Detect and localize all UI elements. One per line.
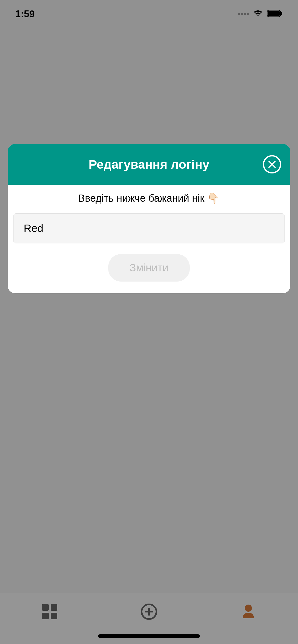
login-input[interactable] xyxy=(13,213,285,243)
modal-overlay[interactable] xyxy=(0,0,298,644)
submit-button[interactable]: Змінити xyxy=(108,254,190,282)
instruction-text: Введіть нижче бажаний нік 👇🏻 xyxy=(13,192,285,204)
edit-login-modal: Редагування логіну Введіть нижче бажаний… xyxy=(8,144,290,293)
close-button[interactable] xyxy=(263,155,281,173)
modal-title: Редагування логіну xyxy=(89,157,209,171)
home-indicator[interactable] xyxy=(98,634,200,638)
close-icon xyxy=(268,160,276,168)
modal-header: Редагування логіну xyxy=(8,144,290,185)
modal-body: Введіть нижче бажаний нік 👇🏻 Змінити xyxy=(8,185,290,293)
